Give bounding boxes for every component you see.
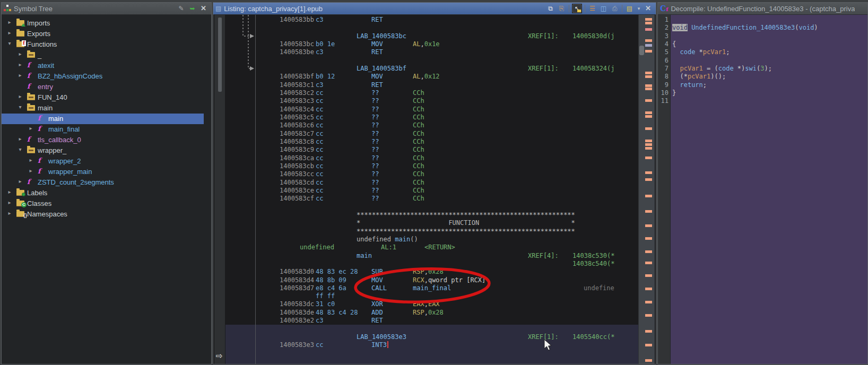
xref-address[interactable]: 14038c540(*	[572, 260, 614, 268]
listing-row[interactable]: 1400583cacc??CCh	[225, 154, 638, 162]
diff-view-icon[interactable]: ◫	[599, 4, 608, 13]
xref-address[interactable]: 14005830d(j	[572, 32, 614, 40]
tree-item-ZSTD_count_2segments[interactable]: ▸fZSTD_count_2segments	[2, 177, 211, 188]
decompile-line[interactable]: {	[671, 40, 867, 48]
listing-row[interactable]: 1400583c8cc??CCh	[225, 138, 638, 146]
listing-row[interactable]: 1400583e3ccINT3	[225, 341, 638, 349]
listing-row[interactable]: 1400583de48 83 c4 28ADDRSP,0x28	[225, 309, 638, 317]
listing-row[interactable]: LAB_1400583bcXREF[1]:14005830d(j	[225, 32, 638, 40]
listing-row[interactable]: 1400583c6cc??CCh	[225, 121, 638, 129]
xref-address[interactable]: 140058324(j	[572, 65, 614, 73]
marker[interactable]	[645, 330, 652, 333]
listing-row[interactable]: ff ff	[225, 292, 638, 300]
listing-row[interactable]: undefined main()	[225, 236, 638, 244]
chevron-right-icon[interactable]: ▸	[27, 168, 34, 173]
listing-scrollbar[interactable]: ⇨	[214, 15, 225, 364]
marker[interactable]	[645, 140, 652, 142]
chevron-right-icon[interactable]: ▸	[6, 19, 13, 25]
listing-row[interactable]: 1400583c9cc??CCh	[225, 146, 638, 154]
tree-item-tls_callback_0[interactable]: ▸ftls_callback_0	[2, 135, 211, 145]
decompile-line[interactable]: return;	[671, 81, 867, 89]
marker[interactable]	[645, 50, 652, 53]
marker[interactable]	[645, 237, 652, 240]
marker[interactable]	[645, 88, 652, 90]
chevron-right-icon[interactable]: ▸	[16, 62, 24, 67]
chevron-down-icon[interactable]: ▾	[16, 146, 24, 152]
tree-item-Classes[interactable]: ▸CClasses	[2, 198, 211, 209]
listing-row[interactable]: 1400583c2cc??CCh	[225, 89, 638, 97]
fields-icon[interactable]: ☰	[588, 4, 597, 13]
xref-address[interactable]: 14038c530(*	[572, 252, 614, 260]
marker[interactable]	[645, 84, 652, 87]
marker[interactable]	[645, 274, 652, 277]
decompile-line[interactable]: (*pcVar1)();	[671, 73, 867, 81]
listing-row[interactable]: 1400583bec3RET	[225, 48, 638, 56]
tree-item-atexit[interactable]: ▸fatexit	[2, 60, 211, 71]
listing-row[interactable]: 1400583d048 83 ec 28SUBRSP,0x28	[225, 268, 638, 276]
listing-row[interactable]: LAB_1400583bfXREF[1]:140058324(j	[225, 65, 638, 73]
marker[interactable]	[645, 99, 652, 102]
marker[interactable]	[645, 28, 652, 31]
chevron-right-icon[interactable]: ▸	[16, 178, 24, 184]
chevron-right-icon[interactable]: ▸	[27, 125, 34, 131]
marker[interactable]	[645, 157, 652, 159]
tree-item-entry[interactable]: fentry	[2, 82, 211, 92]
marker[interactable]	[645, 314, 652, 317]
marker[interactable]	[645, 115, 652, 118]
tree-item-Namespaces[interactable]: ▸{}Namespaces	[2, 209, 211, 220]
chevron-right-icon[interactable]: ▸	[16, 72, 24, 78]
snapshot-icon[interactable]: ⎙	[610, 4, 619, 13]
tree-item-main[interactable]: ▾main	[2, 103, 211, 114]
chevron-down-icon[interactable]: ▾	[16, 104, 24, 110]
listing-row[interactable]: 1400583c1c3RET	[225, 81, 638, 89]
chevron-right-icon[interactable]: ▸	[16, 93, 24, 99]
marker[interactable]	[645, 72, 652, 74]
listing-row[interactable]: ****************************************…	[225, 228, 638, 236]
listing-marker-margin[interactable]	[638, 15, 655, 364]
tree-item-wrapper_main[interactable]: ▸fwrapper_main	[2, 167, 211, 177]
marker[interactable]	[645, 195, 652, 197]
decompile-line[interactable]	[671, 57, 867, 65]
marker[interactable]	[645, 250, 652, 253]
listing-row[interactable]: 1400583d7e8 c4 6aCALLmain_finalundefine	[225, 284, 638, 292]
marker[interactable]	[645, 127, 652, 130]
tree-item-wrapper_[interactable]: ▾wrapper_	[2, 145, 211, 156]
listing-row[interactable]: 1400583bfb0 12MOVAL,0x12	[225, 73, 638, 81]
decompile-line[interactable]	[671, 16, 867, 24]
dropdown-caret-icon[interactable]: ▾	[636, 4, 641, 13]
tree-item-BZ2_hbAssignCodes[interactable]: ▸fBZ2_hbAssignCodes	[2, 71, 211, 82]
listing-row[interactable]: 1400583cfcc??CCh	[225, 195, 638, 203]
marker[interactable]	[645, 359, 652, 362]
close-icon[interactable]: ✕	[199, 4, 208, 13]
marker[interactable]	[645, 18, 652, 21]
marker[interactable]	[645, 224, 652, 227]
listing-row[interactable]: mainXREF[4]:14038c530(*	[225, 252, 638, 260]
chevron-right-icon[interactable]: ▸	[6, 189, 13, 195]
chevron-right-icon[interactable]: ▸	[6, 210, 13, 216]
listing-row[interactable]	[225, 24, 638, 32]
edit-listing-fields-icon[interactable]: ▤	[625, 4, 634, 13]
marker[interactable]	[645, 75, 652, 78]
listing-row[interactable]	[225, 325, 638, 333]
marker[interactable]	[645, 262, 652, 264]
chevron-down-icon[interactable]: ▾	[6, 40, 13, 46]
listing-row[interactable]: 1400583cdcc??CCh	[225, 179, 638, 187]
listing-scrollbar-thumb[interactable]	[218, 18, 222, 92]
tree-item-Imports[interactable]: ▸Imports	[2, 18, 211, 29]
paste-icon[interactable]: ⎘	[557, 4, 566, 13]
edit-icon[interactable]: ✎	[177, 4, 186, 13]
cursor-tool-icon[interactable]: ↖	[572, 4, 582, 13]
decompile-line[interactable]	[671, 32, 867, 40]
close-icon[interactable]: ✕	[644, 4, 653, 13]
tree-item-wrapper_2[interactable]: ▸fwrapper_2	[2, 156, 211, 167]
listing-row[interactable]: 1400583e2c3RET	[225, 317, 638, 325]
marker[interactable]	[645, 178, 652, 181]
decompile-line[interactable]	[671, 97, 867, 105]
chevron-right-icon[interactable]: ▸	[6, 199, 13, 205]
marker[interactable]	[645, 143, 652, 146]
listing-row[interactable]: 14038c540(*	[225, 260, 638, 268]
listing-row[interactable]: 1400583bbc3RET	[225, 16, 638, 24]
marker[interactable]	[645, 301, 652, 303]
listing-row[interactable]: 1400583dc31 c0XOREAX,EAX	[225, 300, 638, 308]
marker-scrollbar-thumb[interactable]	[639, 46, 644, 55]
